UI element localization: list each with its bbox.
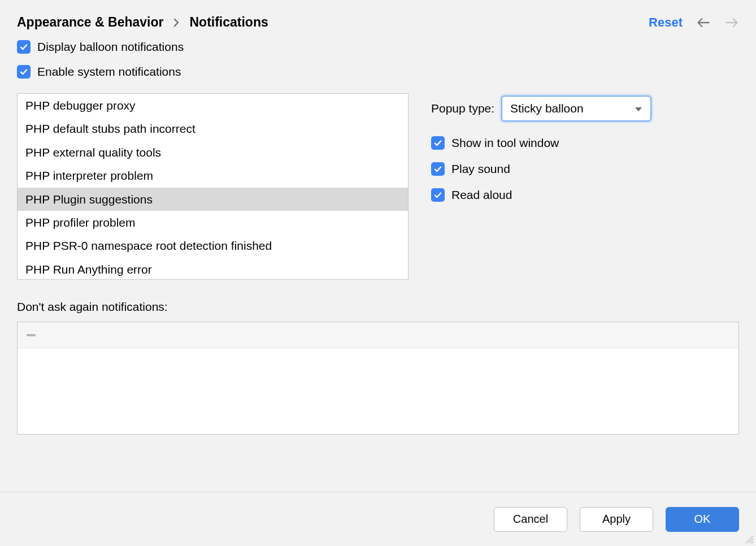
breadcrumb: Appearance & Behavior Notifications xyxy=(17,15,268,30)
play-sound-checkbox[interactable]: Play sound xyxy=(431,162,739,176)
chevron-down-icon xyxy=(635,102,642,115)
dialog-footer: Cancel Apply OK xyxy=(0,492,756,546)
breadcrumb-current: Notifications xyxy=(189,15,268,30)
list-item-selected[interactable]: PHP Plugin suggestions xyxy=(18,188,408,211)
nav-forward-icon[interactable] xyxy=(724,15,739,30)
resize-grip-icon[interactable] xyxy=(744,534,754,544)
enable-system-label: Enable system notifications xyxy=(37,65,181,79)
global-notification-toggles: Display balloon notifications Enable sys… xyxy=(0,40,756,79)
checkbox-checked-icon xyxy=(17,40,31,54)
dont-ask-again-list[interactable] xyxy=(17,322,739,435)
list-item[interactable]: PHP Run Anything error xyxy=(18,258,408,280)
list-item[interactable]: PHP default stubs path incorrect xyxy=(18,117,408,140)
list-item[interactable]: PHP debugger proxy xyxy=(18,94,408,117)
reset-button[interactable]: Reset xyxy=(649,15,683,30)
read-aloud-checkbox[interactable]: Read aloud xyxy=(431,188,739,202)
breadcrumb-parent[interactable]: Appearance & Behavior xyxy=(17,15,163,30)
notification-config-row: PHP debugger proxy PHP default stubs pat… xyxy=(0,90,756,280)
header-actions: Reset xyxy=(649,15,739,30)
ok-button[interactable]: OK xyxy=(666,507,739,532)
checkbox-checked-icon xyxy=(431,136,445,150)
display-balloon-checkbox[interactable]: Display balloon notifications xyxy=(17,40,739,54)
notification-types-list[interactable]: PHP debugger proxy PHP default stubs pat… xyxy=(17,93,409,280)
chevron-right-icon xyxy=(173,18,179,27)
dont-ask-again-section: Don't ask again notifications: xyxy=(0,280,756,435)
dont-ask-again-label: Don't ask again notifications: xyxy=(17,300,739,314)
popup-type-value: Sticky balloon xyxy=(510,102,584,115)
checkbox-checked-icon xyxy=(431,188,445,202)
checkbox-checked-icon xyxy=(17,65,31,79)
play-sound-label: Play sound xyxy=(451,162,510,176)
notification-settings-panel: Popup type: Sticky balloon Show in tool … xyxy=(431,93,739,280)
list-item[interactable]: PHP external quality tools xyxy=(18,141,408,164)
apply-button[interactable]: Apply xyxy=(580,507,653,532)
enable-system-checkbox[interactable]: Enable system notifications xyxy=(17,65,739,79)
list-item[interactable]: PHP PSR-0 namespace root detection finis… xyxy=(18,234,408,257)
remove-icon[interactable] xyxy=(27,334,36,336)
cancel-button[interactable]: Cancel xyxy=(494,507,567,532)
nav-back-icon[interactable] xyxy=(696,15,711,30)
settings-header: Appearance & Behavior Notifications Rese… xyxy=(0,0,756,40)
display-balloon-label: Display balloon notifications xyxy=(37,40,184,54)
popup-type-label: Popup type: xyxy=(431,102,494,115)
popup-type-row: Popup type: Sticky balloon xyxy=(431,96,739,122)
list-item[interactable]: PHP profiler problem xyxy=(18,211,408,234)
checkbox-checked-icon xyxy=(431,162,445,176)
popup-type-select[interactable]: Sticky balloon xyxy=(501,96,651,122)
read-aloud-label: Read aloud xyxy=(451,188,512,202)
dont-ask-toolbar xyxy=(18,322,738,348)
notification-option-checks: Show in tool window Play sound Read alou… xyxy=(431,136,739,202)
list-item[interactable]: PHP interpreter problem xyxy=(18,164,408,187)
show-in-tool-window-checkbox[interactable]: Show in tool window xyxy=(431,136,739,150)
show-in-tool-window-label: Show in tool window xyxy=(451,136,559,150)
